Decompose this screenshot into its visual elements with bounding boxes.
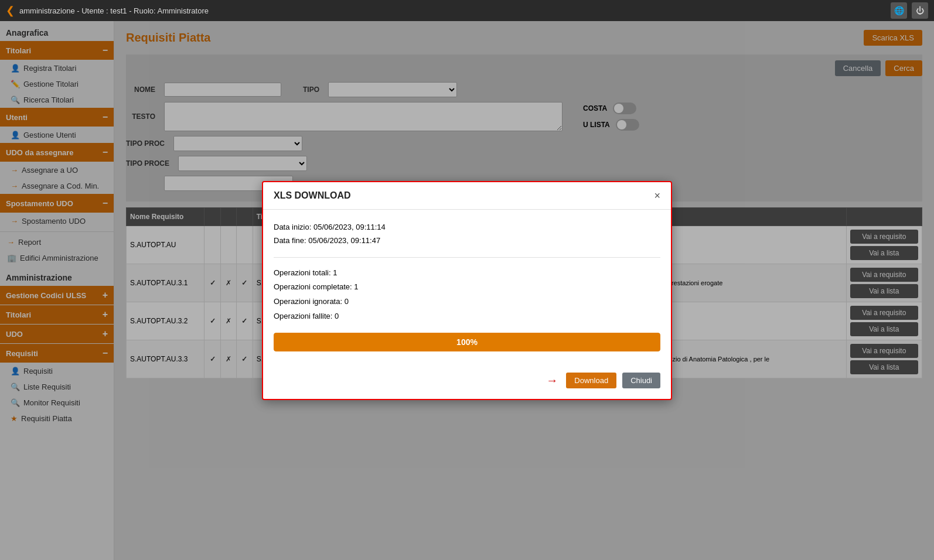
modal-title: XLS DOWNLOAD [274, 190, 351, 201]
op-completate-row: Operazioni completate: 1 [274, 280, 660, 295]
op-ignorata-value: 0 [345, 297, 349, 306]
globe-icon[interactable]: 🌐 [891, 2, 907, 19]
op-totali-value: 1 [333, 268, 337, 277]
chiudi-button[interactable]: Chiudi [622, 373, 660, 388]
op-fallite-label: Operazioni fallite: [274, 312, 332, 320]
modal-body: Data inizio: 05/06/2023, 09:11:14 Data f… [263, 210, 671, 373]
modal-close-button[interactable]: × [654, 190, 660, 201]
power-icon[interactable]: ⏻ [912, 2, 928, 19]
op-totali-row: Operazioni totali: 1 [274, 266, 660, 281]
data-inizio-label: Data inizio: [274, 223, 311, 231]
progress-bar-container: 100% [274, 333, 660, 351]
modal-footer: → Download Chiudi [263, 373, 671, 399]
modal-dates-info: Data inizio: 05/06/2023, 09:11:14 Data f… [274, 220, 660, 248]
op-totali-label: Operazioni totali: [274, 268, 331, 277]
modal-divider [274, 257, 660, 258]
op-completate-value: 1 [354, 282, 358, 291]
download-button[interactable]: Download [566, 373, 616, 388]
data-fine-val: 05/06/2023, 09:11:47 [308, 236, 380, 245]
op-completate-label: Operazioni completate: [274, 282, 352, 291]
progress-label: 100% [456, 337, 478, 347]
xls-download-modal: XLS DOWNLOAD × Data inizio: 05/06/2023, … [262, 181, 672, 401]
modal-stats: Operazioni totali: 1 Operazioni completa… [274, 266, 660, 324]
op-ignorata-label: Operazioni ignorata: [274, 297, 342, 306]
modal-overlay: XLS DOWNLOAD × Data inizio: 05/06/2023, … [0, 21, 934, 560]
op-ignorata-row: Operazioni ignorata: 0 [274, 295, 660, 309]
topbar: ❮ amministrazione - Utente : test1 - Ruo… [0, 0, 934, 21]
topbar-title: amministrazione - Utente : test1 - Ruolo… [19, 6, 886, 15]
data-inizio-val: 05/06/2023, 09:11:14 [313, 223, 386, 231]
data-inizio-row: Data inizio: 05/06/2023, 09:11:14 [274, 220, 660, 234]
op-fallite-row: Operazioni fallite: 0 [274, 309, 660, 324]
topbar-collapse-arrow[interactable]: ❮ [6, 4, 15, 17]
modal-header: XLS DOWNLOAD × [263, 182, 671, 210]
op-fallite-value: 0 [335, 312, 339, 320]
progress-bar-fill: 100% [274, 333, 660, 351]
data-fine-label: Data fine: [274, 236, 306, 245]
data-fine-row: Data fine: 05/06/2023, 09:11:47 [274, 234, 660, 247]
download-arrow-icon: → [546, 374, 558, 387]
